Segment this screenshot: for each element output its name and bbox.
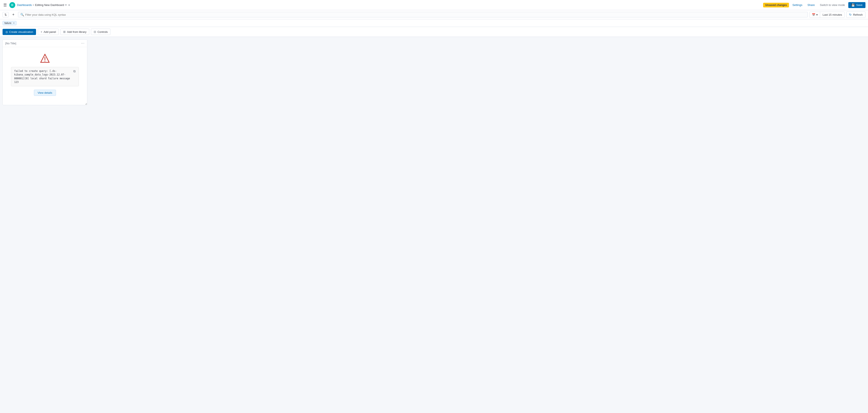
filter-bar: ⇅ + 🔍 📅 ▾ Last 15 minutes ↻ Refresh	[0, 10, 868, 19]
add-panel-button[interactable]: + Add panel	[38, 29, 59, 35]
save-button[interactable]: 💾 Save	[848, 2, 865, 8]
save-label: Save	[856, 3, 863, 6]
hamburger-icon: ☰	[3, 3, 7, 7]
create-viz-label: Create visualization	[9, 30, 33, 33]
time-range-label: Last 15 minutes	[820, 12, 845, 18]
tag-row: failure ×	[0, 19, 868, 27]
add-filter-button[interactable]: +	[10, 12, 16, 18]
search-input[interactable]	[25, 13, 805, 16]
add-panel-label: Add panel	[44, 30, 56, 33]
hamburger-menu-button[interactable]: ☰	[3, 2, 8, 8]
search-container: 🔍	[18, 12, 808, 18]
controls-label: Controls	[97, 30, 107, 33]
avatar: D	[9, 2, 15, 8]
add-panel-icon: +	[40, 30, 42, 33]
unsaved-changes-badge: Unsaved changes	[763, 3, 789, 7]
breadcrumb: Dashboards > Editing New Dashboard ✏ ▾	[17, 3, 70, 7]
create-viz-icon: ◎	[5, 30, 8, 33]
view-details-button[interactable]: View details	[34, 90, 56, 96]
add-library-label: Add from library	[67, 30, 87, 33]
visualization-panel: [No Title] ··· failed to create query: […	[3, 39, 87, 105]
refresh-icon: ↻	[849, 13, 852, 16]
breadcrumb-chevron-button[interactable]: ▾	[68, 3, 70, 7]
filter-tag-failure: failure ×	[3, 21, 17, 25]
error-message-box: failed to create query: [.ds-kibana_samp…	[11, 67, 79, 86]
add-icon: +	[12, 12, 14, 17]
controls-button[interactable]: ⊟ Controls	[91, 29, 111, 35]
panel-body: failed to create query: [.ds-kibana_samp…	[3, 47, 87, 102]
save-icon: 💾	[851, 3, 855, 7]
controls-icon: ⊟	[94, 30, 96, 33]
search-icon: 🔍	[20, 13, 24, 16]
calendar-icon: 📅	[812, 13, 815, 16]
switch-view-mode-button[interactable]: Switch to view mode	[818, 3, 847, 7]
breadcrumb-current-label: Editing New Dashboard	[35, 3, 64, 6]
create-visualization-button[interactable]: ◎ Create visualization	[3, 29, 36, 35]
toolbar: ◎ Create visualization + Add panel ⊞ Add…	[0, 27, 868, 37]
filter-tag-label: failure	[4, 22, 11, 25]
svg-point-1	[44, 61, 45, 61]
pencil-icon: ✏	[65, 3, 67, 6]
breadcrumb-dashboards-link[interactable]: Dashboards	[17, 3, 32, 6]
calendar-chevron: ▾	[816, 13, 818, 16]
error-text: failed to create query: [.ds-kibana_samp…	[14, 69, 72, 84]
breadcrumb-separator: >	[33, 4, 34, 6]
share-button[interactable]: Share	[806, 3, 816, 7]
panel-header: [No Title] ···	[3, 40, 87, 47]
breadcrumb-current-page: Editing New Dashboard ✏	[35, 3, 67, 6]
add-library-icon: ⊞	[63, 30, 66, 33]
copy-error-button[interactable]: ⧉	[73, 69, 76, 73]
filter-toggle-button[interactable]: ⇅	[3, 12, 9, 18]
time-picker: 📅 ▾ Last 15 minutes	[809, 12, 845, 18]
top-navigation: ☰ D Dashboards > Editing New Dashboard ✏…	[0, 0, 868, 10]
refresh-button[interactable]: ↻ Refresh	[846, 11, 865, 18]
add-from-library-button[interactable]: ⊞ Add from library	[60, 29, 89, 35]
toggle-icon: ⇅	[4, 13, 7, 16]
panel-menu-button[interactable]: ···	[81, 41, 85, 45]
panel-title: [No Title]	[5, 42, 16, 45]
settings-button[interactable]: Settings	[790, 3, 804, 7]
main-content: [No Title] ··· failed to create query: […	[0, 37, 868, 408]
time-picker-calendar-button[interactable]: 📅 ▾	[810, 12, 820, 18]
panel-resize-handle[interactable]: ⌟	[85, 102, 87, 104]
warning-icon	[40, 53, 50, 64]
refresh-label: Refresh	[853, 13, 863, 16]
filter-tag-close-button[interactable]: ×	[12, 22, 14, 24]
